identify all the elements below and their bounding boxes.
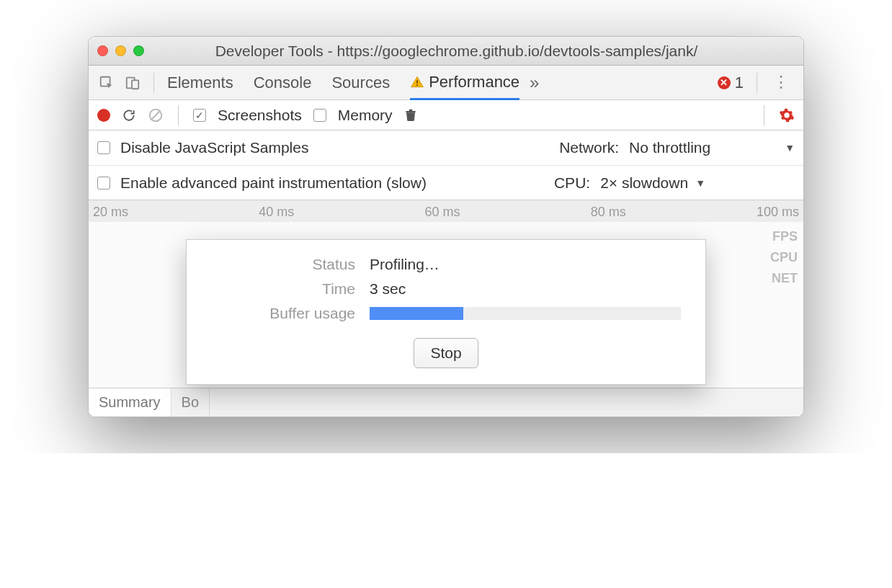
- status-value: Profiling…: [370, 256, 681, 273]
- reload-icon[interactable]: [122, 108, 136, 122]
- svg-rect-7: [406, 111, 416, 112]
- error-count-badge[interactable]: ✕ 1: [718, 74, 744, 92]
- svg-rect-3: [416, 80, 418, 83]
- tab-summary[interactable]: Summary: [89, 388, 171, 416]
- inspect-element-icon[interactable]: [99, 75, 115, 91]
- svg-line-6: [151, 110, 161, 120]
- svg-rect-2: [132, 80, 138, 89]
- time-ruler: 20 ms 40 ms 60 ms 80 ms 100 ms: [89, 200, 803, 220]
- close-window-button[interactable]: [97, 45, 108, 56]
- enable-paint-instrumentation-checkbox[interactable]: [97, 177, 110, 190]
- tab-console[interactable]: Console: [254, 66, 312, 99]
- time-value: 3 sec: [370, 280, 681, 298]
- details-tab-bar: Summary Bo: [89, 388, 803, 416]
- separator: [178, 105, 179, 125]
- warning-icon: [410, 75, 424, 89]
- buffer-usage-label: Buffer usage: [211, 305, 355, 322]
- buffer-usage-bar: [370, 307, 681, 320]
- stop-button[interactable]: Stop: [414, 338, 478, 368]
- device-toolbar-icon[interactable]: [125, 75, 141, 91]
- window-title: Developer Tools - https://googlechrome.g…: [118, 43, 795, 60]
- separator: [153, 73, 154, 93]
- screenshots-checkbox[interactable]: [193, 109, 206, 122]
- network-throttling-select[interactable]: No throttling ▼: [629, 139, 795, 156]
- timeline-area: 20 ms 40 ms 60 ms 80 ms 100 ms FPS CPU N…: [89, 200, 803, 416]
- memory-label: Memory: [338, 107, 393, 124]
- error-icon: ✕: [718, 76, 731, 89]
- enable-paint-instrumentation-label: Enable advanced paint instrumentation (s…: [120, 174, 427, 192]
- separator: [764, 105, 764, 125]
- clear-icon[interactable]: [148, 107, 164, 123]
- tab-elements[interactable]: Elements: [167, 66, 233, 99]
- record-button[interactable]: [97, 109, 110, 122]
- disable-js-samples-checkbox[interactable]: [97, 141, 110, 154]
- svg-rect-8: [409, 109, 412, 110]
- settings-gear-icon[interactable]: [779, 107, 795, 123]
- performance-toolbar: Screenshots Memory: [89, 100, 803, 130]
- cpu-throttling-select[interactable]: 2× slowdown ▼: [600, 174, 705, 192]
- more-tabs-icon[interactable]: »: [530, 73, 539, 93]
- track-labels: FPS CPU NET: [770, 226, 798, 289]
- devtools-window: Developer Tools - https://googlechrome.g…: [88, 36, 804, 417]
- capture-settings: Disable JavaScript Samples Network: No t…: [89, 130, 803, 200]
- main-tab-bar: Elements Console Sources Performance » ✕…: [89, 66, 803, 100]
- time-label: Time: [211, 280, 355, 298]
- tab-performance[interactable]: Performance: [410, 66, 519, 100]
- memory-checkbox[interactable]: [313, 109, 326, 122]
- disable-js-samples-label: Disable JavaScript Samples: [120, 139, 308, 156]
- cpu-label: CPU:: [554, 174, 590, 192]
- options-menu-icon[interactable]: ⋮: [770, 80, 793, 85]
- tab-sources[interactable]: Sources: [331, 66, 390, 99]
- separator: [757, 73, 757, 93]
- network-label: Network:: [559, 139, 619, 156]
- chevron-down-icon: ▼: [695, 177, 705, 189]
- chevron-down-icon: ▼: [785, 142, 795, 153]
- svg-rect-4: [416, 84, 418, 86]
- tab-bottom-up[interactable]: Bo: [171, 388, 210, 416]
- profiling-dialog: Status Profiling… Time 3 sec Buffer usag…: [186, 239, 706, 385]
- trash-icon[interactable]: [404, 108, 417, 122]
- screenshots-label: Screenshots: [218, 107, 302, 124]
- status-label: Status: [211, 256, 355, 273]
- titlebar: Developer Tools - https://googlechrome.g…: [89, 37, 803, 66]
